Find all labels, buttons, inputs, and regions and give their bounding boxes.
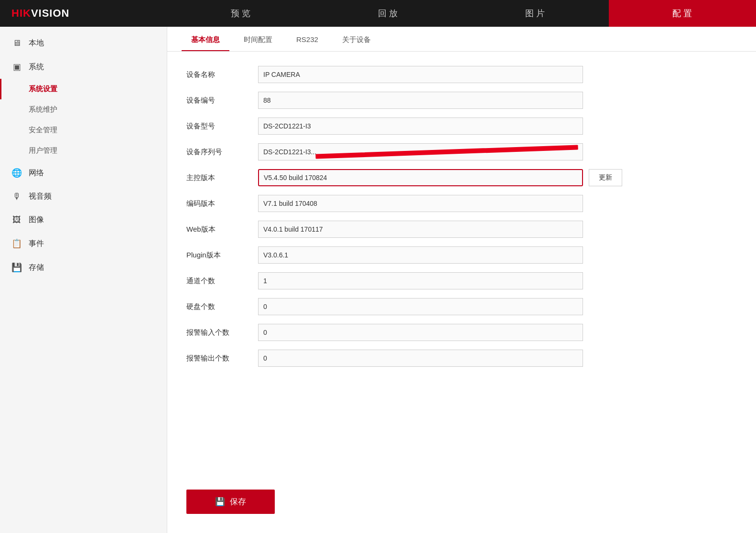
save-label: 保存 bbox=[230, 496, 246, 507]
save-button[interactable]: 💾 保存 bbox=[186, 490, 275, 514]
sidebar-item-storage[interactable]: 💾 存储 bbox=[0, 256, 167, 279]
label-device-name: 设备名称 bbox=[186, 70, 258, 79]
logo-vision: VISION bbox=[31, 7, 70, 19]
label-device-serial: 设备序列号 bbox=[186, 148, 258, 157]
form-row-device-model: 设备型号 bbox=[186, 117, 737, 135]
form-row-firmware-version: 主控版本 更新 bbox=[186, 169, 737, 186]
system-icon: ▣ bbox=[11, 62, 22, 72]
sidebar-subitem-system-settings[interactable]: 系统设置 bbox=[0, 79, 167, 99]
form-row-alarm-in: 报警输入个数 bbox=[186, 324, 737, 341]
label-device-model: 设备型号 bbox=[186, 122, 258, 131]
sidebar-item-local[interactable]: 🖥 本地 bbox=[0, 32, 167, 55]
event-icon: 📋 bbox=[11, 238, 22, 249]
network-icon: 🌐 bbox=[11, 168, 22, 178]
image-icon: 🖼 bbox=[11, 215, 22, 225]
logo-hik: HIK bbox=[11, 7, 31, 19]
form-area: 设备名称 设备编号 设备型号 设备序列号 bbox=[167, 52, 756, 480]
sub-tabs: 基本信息 时间配置 RS232 关于设备 bbox=[167, 27, 756, 52]
label-firmware-version: 主控版本 bbox=[186, 173, 258, 182]
tab-preview[interactable]: 预 览 bbox=[167, 0, 314, 27]
logo: HIKVISION bbox=[0, 7, 167, 20]
input-device-number[interactable] bbox=[258, 92, 583, 109]
form-row-web-version: Web版本 bbox=[186, 221, 737, 238]
label-plugin-version: Plugin版本 bbox=[186, 251, 258, 260]
label-encode-version: 编码版本 bbox=[186, 199, 258, 208]
label-alarm-in: 报警输入个数 bbox=[186, 328, 258, 337]
input-hdd-count[interactable] bbox=[258, 298, 583, 315]
logo-text: HIKVISION bbox=[11, 7, 69, 20]
sidebar-label-image: 图像 bbox=[29, 215, 44, 225]
form-row-channel-count: 通道个数 bbox=[186, 272, 737, 289]
form-row-alarm-out: 报警输出个数 bbox=[186, 350, 737, 367]
sidebar-label-network: 网络 bbox=[29, 168, 44, 178]
label-device-number: 设备编号 bbox=[186, 96, 258, 105]
input-device-model[interactable] bbox=[258, 117, 583, 135]
tab-time-config[interactable]: 时间配置 bbox=[234, 27, 282, 51]
save-area: 💾 保存 bbox=[167, 480, 756, 533]
sidebar: 🖥 本地 ▣ 系统 系统设置 系统维护 安全管理 用户管理 🌐 网络 🎙 视音频… bbox=[0, 27, 167, 533]
main-layout: 🖥 本地 ▣ 系统 系统设置 系统维护 安全管理 用户管理 🌐 网络 🎙 视音频… bbox=[0, 27, 756, 533]
label-hdd-count: 硬盘个数 bbox=[186, 302, 258, 311]
label-channel-count: 通道个数 bbox=[186, 277, 258, 286]
form-row-device-serial: 设备序列号 bbox=[186, 143, 737, 160]
input-plugin-version[interactable] bbox=[258, 246, 583, 264]
top-navigation: HIKVISION 预 览 回 放 图 片 配 置 bbox=[0, 0, 756, 27]
tab-basic-info[interactable]: 基本信息 bbox=[182, 27, 229, 51]
input-alarm-out[interactable] bbox=[258, 350, 583, 367]
label-alarm-out: 报警输出个数 bbox=[186, 354, 258, 363]
input-channel-count[interactable] bbox=[258, 272, 583, 289]
tab-about[interactable]: 关于设备 bbox=[333, 27, 380, 51]
monitor-icon: 🖥 bbox=[11, 38, 22, 48]
audio-video-icon: 🎙 bbox=[11, 192, 22, 202]
input-device-serial[interactable] bbox=[258, 143, 583, 160]
serial-container bbox=[258, 143, 583, 160]
sidebar-item-image[interactable]: 🖼 图像 bbox=[0, 208, 167, 232]
storage-icon: 💾 bbox=[11, 262, 22, 273]
sidebar-subitem-system-maintenance[interactable]: 系统维护 bbox=[0, 99, 167, 120]
tab-config[interactable]: 配 置 bbox=[609, 0, 756, 27]
sidebar-item-network[interactable]: 🌐 网络 bbox=[0, 161, 167, 185]
input-firmware-version[interactable] bbox=[258, 169, 583, 186]
form-row-device-number: 设备编号 bbox=[186, 92, 737, 109]
sidebar-label-local: 本地 bbox=[29, 38, 44, 48]
form-row-encode-version: 编码版本 bbox=[186, 195, 737, 212]
sidebar-item-audio-video[interactable]: 🎙 视音频 bbox=[0, 185, 167, 208]
input-device-name[interactable] bbox=[258, 66, 583, 83]
input-encode-version[interactable] bbox=[258, 195, 583, 212]
tab-playback[interactable]: 回 放 bbox=[314, 0, 462, 27]
sidebar-label-event: 事件 bbox=[29, 239, 44, 249]
save-icon: 💾 bbox=[215, 497, 225, 507]
tab-rs232[interactable]: RS232 bbox=[287, 27, 328, 51]
sidebar-subitem-user[interactable]: 用户管理 bbox=[0, 140, 167, 161]
input-alarm-in[interactable] bbox=[258, 324, 583, 341]
content-area: 基本信息 时间配置 RS232 关于设备 设备名称 设备编号 设备型号 bbox=[167, 27, 756, 533]
sidebar-item-event[interactable]: 📋 事件 bbox=[0, 232, 167, 256]
form-row-device-name: 设备名称 bbox=[186, 66, 737, 83]
sidebar-label-system: 系统 bbox=[29, 62, 44, 72]
sidebar-item-system[interactable]: ▣ 系统 bbox=[0, 55, 167, 79]
form-row-hdd-count: 硬盘个数 bbox=[186, 298, 737, 315]
label-web-version: Web版本 bbox=[186, 225, 258, 234]
sidebar-label-audio-video: 视音频 bbox=[29, 192, 52, 202]
sidebar-label-storage: 存储 bbox=[29, 263, 44, 273]
input-web-version[interactable] bbox=[258, 221, 583, 238]
sidebar-subitem-security[interactable]: 安全管理 bbox=[0, 120, 167, 140]
update-button[interactable]: 更新 bbox=[589, 169, 622, 186]
nav-tabs: 预 览 回 放 图 片 配 置 bbox=[167, 0, 756, 27]
form-row-plugin-version: Plugin版本 bbox=[186, 246, 737, 264]
tab-picture[interactable]: 图 片 bbox=[462, 0, 609, 27]
